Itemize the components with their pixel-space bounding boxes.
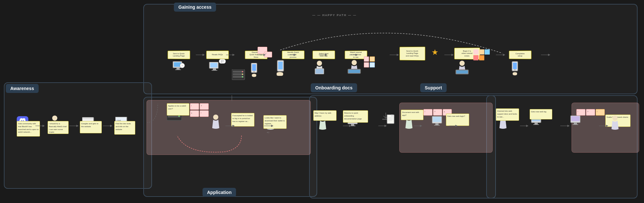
awareness-label: Awareness	[6, 84, 39, 93]
svg-rect-31	[252, 64, 256, 71]
sticky-pink-2: ?	[264, 52, 272, 57]
svg-rect-25	[175, 69, 181, 70]
svg-point-70	[213, 115, 218, 120]
gaining-access-label: Gaining access	[174, 3, 216, 12]
onboarding-sticky-4: Gets new web logic?	[446, 114, 469, 126]
phone-hand-icon-3	[510, 61, 520, 77]
chat-bubble: 💬	[219, 59, 226, 64]
support-sticky-1: Zoomed into web support docs and looks t…	[496, 108, 519, 121]
person-computer-1	[346, 60, 362, 76]
app-sticky-1: Applies to be a web3 user?	[167, 103, 189, 116]
star-icon: ★	[431, 48, 439, 57]
sticky-sq-blue-1	[370, 62, 375, 67]
svg-rect-24	[176, 68, 180, 69]
svg-rect-89	[434, 125, 440, 126]
app-sticky-2: If accepted he is invited to log in to p…	[231, 113, 254, 127]
svg-rect-93	[535, 123, 538, 124]
phone-hand-icon-2	[275, 60, 287, 77]
svg-rect-44	[316, 69, 323, 74]
support-computer-2	[570, 116, 583, 128]
support-sticky-orange-1: !	[596, 109, 605, 116]
sticky-sq-o2	[479, 55, 484, 60]
awareness-sticky-2: I should try a Basically Web3 chat! I ca…	[48, 121, 69, 134]
step-reads-faqs: Reads FAQs	[206, 51, 229, 59]
awareness-sticky-3: Googles and gets to the website	[80, 121, 102, 133]
svg-rect-47	[348, 70, 360, 73]
svg-point-54	[52, 116, 57, 121]
step-completes-setup: Completessetup	[509, 51, 532, 59]
svg-point-40	[242, 74, 243, 75]
support-label: Support	[420, 83, 447, 92]
svg-point-45	[352, 60, 357, 65]
onboard-sticky-pink-1: !	[423, 109, 432, 116]
sticky-sq-b1	[485, 49, 490, 55]
svg-point-39	[242, 71, 243, 72]
svg-rect-27	[210, 63, 217, 67]
awareness-sticky-4: Find the dev tools and info on the websi…	[114, 121, 135, 135]
onboarding-sticky-1: May I have my web address	[313, 110, 336, 121]
svg-point-48	[459, 61, 465, 66]
svg-rect-97	[574, 123, 577, 124]
step-select-state: Select beststate app	[313, 51, 335, 59]
app-sticky-pink-1: !	[190, 103, 199, 110]
awareness-sticky-1: Gets community with that BlockFi has lau…	[17, 121, 40, 137]
svg-point-69	[178, 116, 180, 117]
happy-path-label: — — HAPPY PATH — —	[312, 14, 357, 17]
svg-point-42	[317, 61, 322, 66]
gaining-access-section	[143, 4, 638, 94]
svg-rect-29	[212, 70, 217, 71]
svg-rect-87	[433, 117, 441, 122]
svg-rect-50	[456, 70, 468, 74]
onboarding-label: Onboarding docs	[311, 83, 357, 92]
node-circle-1: ✓	[180, 63, 185, 68]
application-label: Application	[203, 188, 236, 197]
onboarding-sticky-3: Document next with app?	[401, 110, 423, 120]
phone-hand-icon-1	[250, 63, 259, 79]
support-sticky-pink-2: ?	[586, 109, 595, 116]
person-desk-app	[209, 115, 223, 132]
support-sticky-pink-1: !	[576, 109, 585, 116]
step-identify: Identify Quickaccountprocess	[282, 51, 305, 59]
step-send-read-faqs: Send to QuickLanding Pageand read FAQs	[400, 47, 425, 61]
app-sticky-pink-2: ?	[200, 103, 209, 110]
app-sticky-3: Looks like I want to download their wall…	[263, 115, 287, 129]
svg-rect-52	[513, 63, 517, 69]
document-icon	[386, 115, 395, 127]
svg-rect-28	[213, 68, 216, 70]
sticky-sq-red-2	[364, 62, 369, 67]
svg-point-53	[514, 69, 516, 71]
person-computer-2	[454, 61, 470, 76]
computer-icon-2	[209, 62, 222, 73]
sticky-sq-o1	[479, 49, 484, 55]
person-support-2	[608, 116, 622, 133]
app-sticky-pink-3: x	[190, 110, 199, 117]
onboarding-sticky-2: Returns to quick onboarding documentatio…	[343, 110, 368, 123]
server-icon	[232, 69, 246, 83]
svg-rect-78	[351, 124, 354, 126]
sticky-sq-red-1	[364, 56, 369, 62]
svg-point-99	[612, 116, 618, 121]
sticky-sq-orange-1	[370, 56, 375, 62]
step-landing-page: Sent to QuickLanding Page	[168, 51, 190, 59]
svg-rect-94	[533, 124, 539, 125]
svg-rect-88	[435, 123, 439, 125]
app-sticky-pink-4: !	[200, 110, 209, 117]
onboard-sticky-pink-2: ?	[433, 109, 442, 116]
computer-onboarding-2	[431, 116, 444, 129]
sticky-sq-r1	[473, 49, 478, 55]
main-canvas: Gaining access Awareness Application Onb…	[0, 0, 644, 203]
svg-point-41	[242, 76, 243, 77]
svg-rect-79	[350, 126, 355, 126]
person-laptop-1	[312, 61, 327, 76]
svg-rect-98	[573, 124, 578, 125]
sticky-sq-r2	[473, 55, 478, 60]
support-sticky-2: Gets now web log	[530, 109, 552, 119]
svg-rect-96	[571, 116, 580, 121]
svg-point-32	[253, 71, 255, 73]
svg-text:+/-: +/-	[267, 131, 270, 133]
svg-rect-34	[278, 62, 283, 69]
